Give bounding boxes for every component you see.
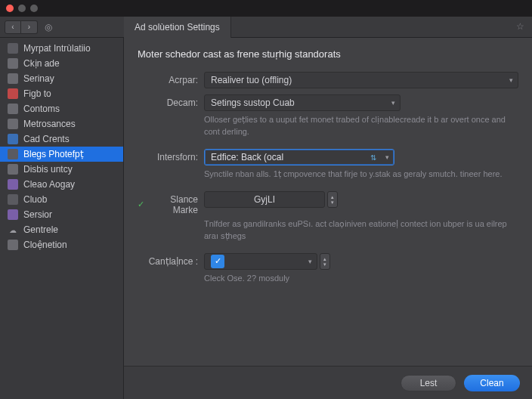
sidebar-item-label: Disbis untcy xyxy=(23,164,73,175)
toolbar-glyph-icon: ◎ xyxy=(38,22,59,32)
purple-icon xyxy=(8,209,18,220)
disk-icon xyxy=(8,164,18,175)
intersform-value: Edfice: Back (ocal xyxy=(211,152,283,162)
decam-label: Decam: xyxy=(138,94,204,108)
purple-icon xyxy=(8,179,18,190)
sidebar: Myrpat IntrùlatiioCkịn adeSerinayFigb to… xyxy=(0,38,124,399)
sidebar-item[interactable]: Figb to xyxy=(0,86,123,101)
slance-value: GyjLI xyxy=(205,194,324,205)
chevron-down-icon: ▾ xyxy=(385,153,389,161)
intersform-label: Intersforn: xyxy=(138,149,204,162)
slance-stepper[interactable]: ▴▾ xyxy=(327,191,338,208)
sidebar-item[interactable]: Cluob xyxy=(0,192,123,207)
chevron-down-icon: ▾ xyxy=(308,258,312,265)
sidebar-item[interactable]: Myrpat Intrùlatiio xyxy=(0,41,123,56)
intersform-select[interactable]: Edfice: Back (ocal ⇅ ▾ xyxy=(204,149,394,165)
sidebar-item-label: Serinay xyxy=(23,73,54,84)
intersform-help-text: Synctile nban alls. 1ṭ cmpovence that fi… xyxy=(204,169,514,181)
sidebar-item[interactable]: Serinay xyxy=(0,71,123,86)
sidebar-item-label: Metrosances xyxy=(23,119,76,129)
minimize-window-button[interactable] xyxy=(18,5,26,12)
sidebar-item[interactable]: Contoms xyxy=(0,101,123,116)
slance-value-field[interactable]: GyjLI xyxy=(204,191,325,208)
page-tab[interactable]: Ad solùetion Settings xyxy=(124,17,231,38)
sidebar-item[interactable]: Cloệnetion xyxy=(0,237,123,252)
toolbar-star-icon[interactable]: ☆ xyxy=(516,21,524,32)
clean-button[interactable]: Clean xyxy=(464,375,520,391)
slance-help-text: Tnlfder as gandilranks euPSı. act claọin… xyxy=(204,218,514,243)
close-window-button[interactable] xyxy=(6,5,14,12)
window-controls xyxy=(6,5,38,12)
sidebar-item-label: Cloệnetion xyxy=(23,240,67,250)
cloud-icon: ☁ xyxy=(8,224,18,235)
nav-back-button[interactable]: ‹ xyxy=(5,20,21,34)
acrpar-label: Acrpar: xyxy=(138,72,204,85)
sidebar-item-label: Sersior xyxy=(23,209,52,220)
sidebar-item-label: Cleao Aogay xyxy=(23,179,75,190)
sidebar-item-label: Myrpat Intrùlatiio xyxy=(23,43,91,54)
toolbar: ‹ › ◎ Ad solùetion Settings ☆ xyxy=(0,17,532,38)
acrpar-select[interactable]: Realiver tuo (offling) ▾ xyxy=(204,72,518,88)
sidebar-item[interactable]: Cad Crents xyxy=(0,131,123,147)
content-pane: Moter schedor cast as frene stuṛhig stan… xyxy=(124,38,532,399)
sq-icon xyxy=(8,43,18,54)
cantiance-label: Canṭlaḷnce : xyxy=(138,253,204,267)
sidebar-item-label: Figb to xyxy=(23,88,51,99)
nav-buttons: ‹ › xyxy=(5,20,38,34)
titlebar xyxy=(0,0,532,17)
acrpar-value: Realiver tuo (offling) xyxy=(211,75,292,85)
page-tab-label: Ad solùetion Settings xyxy=(135,22,220,32)
sidebar-item[interactable]: Ckịn ade xyxy=(0,56,123,71)
gear-icon xyxy=(8,240,18,250)
page-heading: Moter schedor cast as frene stuṛhig stan… xyxy=(138,48,518,60)
gear-icon xyxy=(8,58,18,69)
sidebar-item-label: Blegs Photefpṭ xyxy=(23,149,84,159)
nav-forward-button[interactable]: › xyxy=(21,20,38,34)
decam-value: Setings sustop Cuab xyxy=(211,97,295,108)
sq-icon xyxy=(8,119,18,129)
settings-form: Moter schedor cast as frene stuṛhig stan… xyxy=(124,38,532,366)
sidebar-item[interactable]: Blegs Photefpṭ xyxy=(0,147,123,162)
sidebar-item-label: Gentrele xyxy=(23,224,58,235)
chevron-down-icon: ▾ xyxy=(391,99,395,107)
slance-label: ✓ Slance Marke xyxy=(138,191,204,215)
doc-icon xyxy=(8,104,18,114)
sidebar-item[interactable]: Metrosances xyxy=(0,116,123,131)
red-icon xyxy=(8,88,18,99)
decam-select[interactable]: Setings sustop Cuab ▾ xyxy=(204,94,401,111)
sidebar-item-label: Contoms xyxy=(23,104,60,114)
cantiance-help-text: Cleck Ose. 2? mosduly xyxy=(204,273,514,285)
sidebar-item-label: Ckịn ade xyxy=(23,58,60,69)
maximize-window-button[interactable] xyxy=(30,5,38,12)
sidebar-item[interactable]: Sersior xyxy=(0,207,123,222)
sidebar-item[interactable]: Cleao Aogay xyxy=(0,177,123,192)
decam-help-text: Olloser geṭlies to a uuput fet monet tra… xyxy=(204,114,514,138)
blue-icon xyxy=(8,134,18,144)
doc-icon xyxy=(8,73,18,84)
chevron-down-icon: ▾ xyxy=(509,76,513,84)
sidebar-item-label: Cad Crents xyxy=(23,134,70,144)
cantiance-select[interactable]: ✓ ▾ xyxy=(204,253,317,270)
sq-icon xyxy=(8,194,18,205)
footer: Lest Clean xyxy=(124,366,532,399)
sq-icon xyxy=(8,149,18,159)
sync-icon: ⇅ xyxy=(370,153,377,161)
sidebar-item-label: Cluob xyxy=(23,194,47,205)
lest-button[interactable]: Lest xyxy=(401,375,456,391)
cantiance-stepper[interactable]: ▴▾ xyxy=(320,253,330,270)
sidebar-item[interactable]: ☁Gentrele xyxy=(0,222,123,237)
check-icon: ✓ xyxy=(138,200,144,209)
cantiance-checkbox[interactable]: ✓ xyxy=(211,255,224,268)
sidebar-item[interactable]: Disbis untcy xyxy=(0,162,123,177)
